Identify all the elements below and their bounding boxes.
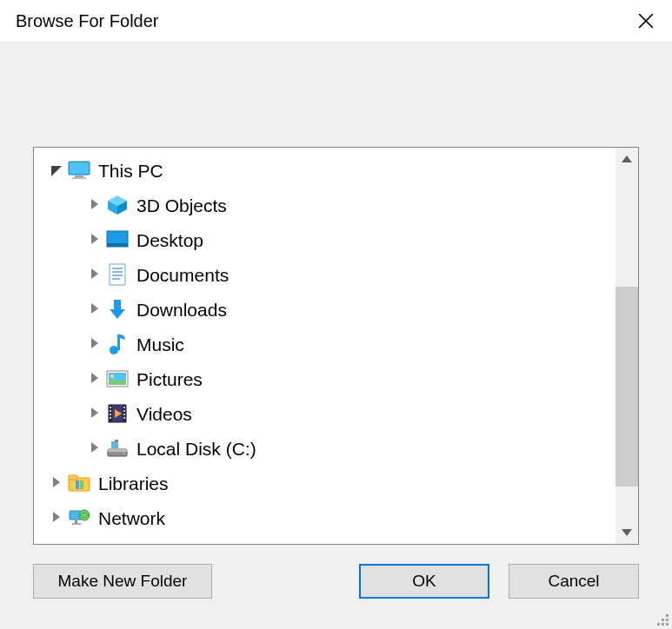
tree-item-libraries[interactable]: Libraries xyxy=(34,466,638,500)
expand-toggle[interactable] xyxy=(46,477,67,489)
svg-point-29 xyxy=(110,414,111,415)
tree-item-label: Documents xyxy=(136,266,229,284)
expand-toggle[interactable] xyxy=(84,234,105,246)
tree-item-desktop[interactable]: Desktop xyxy=(34,222,638,257)
svg-rect-22 xyxy=(109,381,126,385)
tree-item-label: Libraries xyxy=(98,474,169,493)
dialog-body: This PC 3D Objects xyxy=(0,42,672,629)
download-icon xyxy=(105,297,130,321)
svg-point-34 xyxy=(123,417,125,419)
svg-point-18 xyxy=(110,346,118,354)
tree-item-documents[interactable]: Documents xyxy=(34,257,638,292)
window-title: Browse For Folder xyxy=(16,11,159,31)
expand-toggle[interactable] xyxy=(84,373,105,385)
tree-item-local-disk[interactable]: Local Disk (C:) xyxy=(34,431,638,466)
svg-marker-50 xyxy=(622,529,632,536)
tree-item-label: Desktop xyxy=(136,231,203,249)
svg-point-27 xyxy=(110,407,111,408)
svg-point-32 xyxy=(123,410,125,412)
tree-item-music[interactable]: Music xyxy=(34,327,638,361)
svg-rect-44 xyxy=(80,480,83,489)
svg-point-33 xyxy=(123,414,125,415)
tree-item-label: 3D Objects xyxy=(136,196,227,215)
svg-marker-17 xyxy=(110,309,125,319)
cube-icon xyxy=(105,193,130,217)
scrollbar[interactable] xyxy=(615,148,638,544)
videos-icon xyxy=(105,401,130,426)
svg-rect-47 xyxy=(72,523,81,525)
svg-rect-10 xyxy=(107,243,128,247)
resize-grip[interactable] xyxy=(655,612,669,626)
svg-rect-3 xyxy=(70,162,89,174)
close-button[interactable] xyxy=(620,0,672,42)
expand-toggle[interactable] xyxy=(46,512,67,524)
drive-icon xyxy=(105,436,130,460)
tree-item-label: This PC xyxy=(98,162,163,180)
libraries-icon xyxy=(67,471,91,495)
tree-item-label: Local Disk (C:) xyxy=(136,440,256,458)
documents-icon xyxy=(105,262,130,287)
make-new-folder-button[interactable]: Make New Folder xyxy=(33,564,212,599)
expand-toggle[interactable] xyxy=(84,442,105,454)
tree-item-label: Network xyxy=(98,509,165,527)
desktop-icon xyxy=(105,228,130,252)
expand-toggle[interactable] xyxy=(84,199,105,211)
tree-item-this-pc[interactable]: This PC xyxy=(34,153,638,188)
tree-item-videos[interactable]: Videos xyxy=(34,396,638,431)
music-icon xyxy=(105,332,130,356)
svg-rect-19 xyxy=(117,334,120,350)
cancel-button[interactable]: Cancel xyxy=(509,564,639,599)
svg-point-31 xyxy=(123,407,125,408)
expand-toggle[interactable] xyxy=(84,338,105,350)
scroll-thumb[interactable] xyxy=(615,287,638,487)
svg-rect-40 xyxy=(115,440,118,442)
svg-rect-4 xyxy=(75,175,83,177)
tree-item-label: Downloads xyxy=(136,301,227,319)
folder-tree[interactable]: This PC 3D Objects xyxy=(33,147,639,545)
expand-toggle[interactable] xyxy=(46,164,67,176)
expand-toggle[interactable] xyxy=(84,268,105,281)
svg-point-38 xyxy=(123,453,125,454)
svg-rect-16 xyxy=(114,300,121,309)
scroll-up-icon[interactable] xyxy=(615,148,638,170)
button-row: Make New Folder OK Cancel xyxy=(33,564,639,599)
tree-item-network[interactable]: Network xyxy=(34,500,638,535)
svg-point-30 xyxy=(110,417,111,419)
close-icon xyxy=(638,13,654,29)
svg-rect-46 xyxy=(75,520,77,523)
tree-item-label: Pictures xyxy=(136,370,203,388)
tree-item-label: Music xyxy=(136,335,184,354)
svg-marker-49 xyxy=(622,156,632,162)
pictures-icon xyxy=(105,367,130,391)
svg-point-28 xyxy=(110,410,111,412)
svg-point-23 xyxy=(110,374,114,378)
svg-rect-11 xyxy=(110,264,125,285)
tree-item-label: Videos xyxy=(136,405,192,423)
svg-rect-37 xyxy=(108,449,127,452)
tree-item-downloads[interactable]: Downloads xyxy=(34,292,638,327)
scroll-down-icon[interactable] xyxy=(615,521,638,544)
tree-item-pictures[interactable]: Pictures xyxy=(34,361,638,396)
svg-rect-43 xyxy=(76,480,79,489)
titlebar: Browse For Folder xyxy=(0,0,672,42)
network-icon xyxy=(67,506,91,530)
monitor-icon xyxy=(67,158,91,182)
expand-toggle[interactable] xyxy=(84,407,105,420)
svg-point-48 xyxy=(79,510,90,520)
tree-item-3d-objects[interactable]: 3D Objects xyxy=(34,188,638,222)
svg-rect-39 xyxy=(111,441,118,448)
svg-rect-5 xyxy=(72,177,86,179)
ok-button[interactable]: OK xyxy=(359,564,489,599)
expand-toggle[interactable] xyxy=(84,303,105,315)
svg-rect-42 xyxy=(69,475,77,480)
